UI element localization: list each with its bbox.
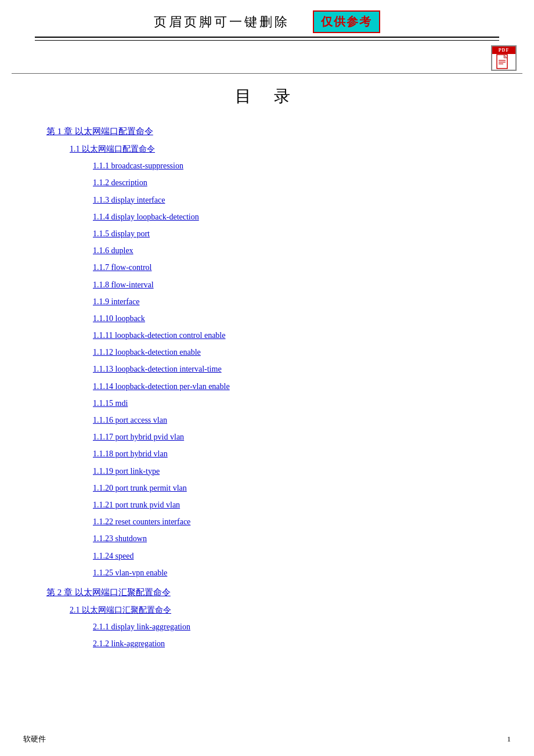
toc-entry-s1-1-25: 1.1.25 vlan-vpn enable [46,566,488,580]
toc-entry-s1-1-8: 1.1.8 flow-interval [46,278,488,292]
footer-left-text: 软硬件 [23,734,46,744]
toc-entry-s1-1-18: 1.1.18 port hybrid vlan [46,447,488,461]
toc-entry-s1-1-21: 1.1.21 port trunk pvid vlan [46,498,488,512]
toc-entry-s1-1-23: 1.1.23 shutdown [46,531,488,546]
page-footer: 软硬件 1 [0,734,534,744]
toc-entry-s1-1-10: 1.1.10 loopback [46,311,488,326]
footer-page-number: 1 [507,735,511,744]
toc-link-s1-1-22[interactable]: 1.1.22 reset counters interface [93,517,190,526]
toc-link-s1-1-17[interactable]: 1.1.17 port hybrid pvid vlan [93,433,184,441]
toc-entry-s1-1-16: 1.1.16 port access vlan [46,413,488,427]
toc-link-ch2[interactable]: 第 2 章 以太网端口汇聚配置命令 [46,588,171,597]
toc-entry-s1-1-20: 1.1.20 port trunk permit vlan [46,481,488,495]
toc-link-s1-1-24[interactable]: 1.1.24 speed [93,552,134,560]
toc-link-s1-1-5[interactable]: 1.1.5 display port [93,229,150,238]
toc-link-s1-1-6[interactable]: 1.1.6 duplex [93,246,134,255]
toc-link-s1-1-9[interactable]: 1.1.9 interface [93,297,139,306]
toc-entry-s1-1-22: 1.1.22 reset counters interface [46,514,488,529]
toc-link-s2-1-2[interactable]: 2.1.2 link-aggregation [93,639,165,648]
toc-entry-s2-1-2: 2.1.2 link-aggregation [46,636,488,651]
toc-link-s1-1-25[interactable]: 1.1.25 vlan-vpn enable [93,568,167,577]
pdf-icon-area: PDF [0,41,534,71]
toc-link-s1-1-8[interactable]: 1.1.8 flow-interval [93,280,154,289]
header-divider-thin [35,40,499,41]
toc-entry-s1-1-2: 1.1.2 description [46,175,488,190]
toc-link-s1-1-18[interactable]: 1.1.18 port hybrid vlan [93,449,168,458]
pdf-icon[interactable]: PDF [491,45,517,71]
toc-entry-s1-1-15: 1.1.15 mdi [46,396,488,411]
toc-link-s1-1-21[interactable]: 1.1.21 port trunk pvid vlan [93,501,180,509]
toc-link-s1-1-23[interactable]: 1.1.23 shutdown [93,534,147,543]
reference-badge: 仅供参考 [313,10,380,33]
header-area: 页眉页脚可一键删除 仅供参考 [0,0,534,41]
toc-link-s1-1-20[interactable]: 1.1.20 port trunk permit vlan [93,484,187,492]
toc-entry-s1-1-1: 1.1.1 broadcast-suppression [46,159,488,173]
toc-entry-s1-1: 1.1 以太网端口配置命令 [46,142,488,156]
toc-link-s1-1-13[interactable]: 1.1.13 loopback-detection interval-time [93,365,222,373]
toc-link-s1-1-10[interactable]: 1.1.10 loopback [93,314,145,323]
toc-entry-s2-1-1: 2.1.1 display link-aggregation [46,620,488,634]
toc-entry-s1-1-7: 1.1.7 flow-control [46,260,488,275]
toc-link-s2-1-1[interactable]: 2.1.1 display link-aggregation [93,622,190,631]
toc-link-s1-1-12[interactable]: 1.1.12 loopback-detection enable [93,348,201,357]
toc-title: 目 录 [46,85,488,107]
toc-entries: 第 1 章 以太网端口配置命令1.1 以太网端口配置命令1.1.1 broadc… [46,124,488,651]
header-divider-thick [35,37,499,38]
toc-entry-s2-1: 2.1 以太网端口汇聚配置命令 [46,603,488,617]
toc-entry-s1-1-4: 1.1.4 display loopback-detection [46,210,488,224]
pdf-svg-icon [496,54,512,70]
toc-link-s1-1-2[interactable]: 1.1.2 description [93,178,147,187]
toc-link-s1-1-4[interactable]: 1.1.4 display loopback-detection [93,213,199,221]
header-title: 页眉页脚可一键删除 [154,13,290,31]
pdf-body [492,54,515,70]
toc-link-ch1[interactable]: 第 1 章 以太网端口配置命令 [46,127,153,136]
toc-entry-s1-1-19: 1.1.19 port link-type [46,464,488,478]
toc-link-s2-1[interactable]: 2.1 以太网端口汇聚配置命令 [70,606,171,614]
toc-entry-s1-1-17: 1.1.17 port hybrid pvid vlan [46,430,488,444]
toc-link-s1-1[interactable]: 1.1 以太网端口配置命令 [70,145,155,153]
toc-entry-s1-1-12: 1.1.12 loopback-detection enable [46,345,488,359]
header-title-line: 页眉页脚可一键删除 仅供参考 [23,10,511,33]
toc-link-s1-1-14[interactable]: 1.1.14 loopback-detection per-vlan enabl… [93,382,230,391]
toc-link-s1-1-16[interactable]: 1.1.16 port access vlan [93,416,167,424]
toc-entry-s1-1-11: 1.1.11 loopback-detection control enable [46,328,488,343]
toc-entry-s1-1-5: 1.1.5 display port [46,226,488,241]
toc-entry-s1-1-6: 1.1.6 duplex [46,243,488,258]
toc-link-s1-1-1[interactable]: 1.1.1 broadcast-suppression [93,161,183,170]
main-content: 目 录 第 1 章 以太网端口配置命令1.1 以太网端口配置命令1.1.1 br… [0,74,534,676]
toc-entry-s1-1-9: 1.1.9 interface [46,294,488,309]
toc-link-s1-1-3[interactable]: 1.1.3 display interface [93,196,165,204]
toc-link-s1-1-11[interactable]: 1.1.11 loopback-detection control enable [93,331,225,340]
pdf-label: PDF [492,46,515,54]
toc-entry-s1-1-14: 1.1.14 loopback-detection per-vlan enabl… [46,379,488,394]
toc-entry-s1-1-3: 1.1.3 display interface [46,193,488,207]
toc-entry-ch2: 第 2 章 以太网端口汇聚配置命令 [46,585,488,600]
toc-entry-s1-1-13: 1.1.13 loopback-detection interval-time [46,362,488,376]
toc-link-s1-1-15[interactable]: 1.1.15 mdi [93,399,128,408]
toc-entry-s1-1-24: 1.1.24 speed [46,549,488,563]
toc-link-s1-1-7[interactable]: 1.1.7 flow-control [93,263,151,272]
toc-link-s1-1-19[interactable]: 1.1.19 port link-type [93,467,160,476]
page-wrapper: 页眉页脚可一键删除 仅供参考 PDF [0,0,534,756]
toc-entry-ch1: 第 1 章 以太网端口配置命令 [46,124,488,139]
